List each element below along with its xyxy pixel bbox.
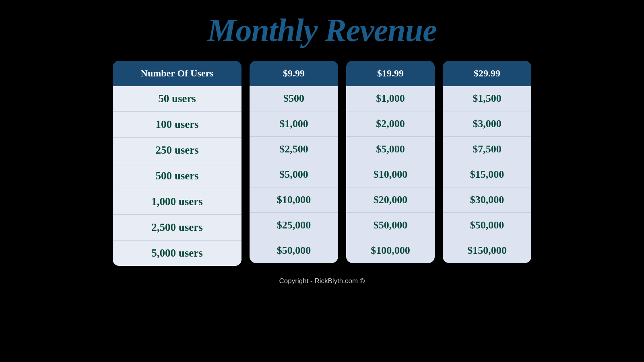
- users-row-2: 100 users: [113, 112, 242, 138]
- users-column-body: 50 users 100 users 250 users 500 users 1…: [113, 86, 242, 266]
- price-2999-row-7: $150,000: [443, 238, 531, 263]
- revenue-table: Number Of Users 50 users 100 users 250 u…: [113, 61, 531, 266]
- price-999-row-2: $1,000: [250, 111, 338, 137]
- price-1999-row-4: $10,000: [346, 162, 435, 187]
- price-999-row-6: $25,000: [250, 213, 338, 238]
- price-999-row-1: $500: [250, 86, 338, 111]
- price-2999-row-5: $30,000: [443, 187, 531, 213]
- price-1999-row-5: $20,000: [346, 187, 435, 213]
- footer-copyright: Copyright - RickBlyth.com ©: [279, 277, 365, 285]
- page-title: Monthly Revenue: [207, 12, 436, 49]
- price-999-header: $9.99: [250, 61, 338, 86]
- price-2999-row-2: $3,000: [443, 111, 531, 137]
- price-1999-row-6: $50,000: [346, 213, 435, 238]
- users-row-6: 2,500 users: [113, 215, 242, 241]
- price-2999-row-1: $1,500: [443, 86, 531, 111]
- price-1999-row-2: $2,000: [346, 111, 435, 137]
- users-column-header: Number Of Users: [113, 61, 242, 86]
- price-999-column: $9.99 $500 $1,000 $2,500 $5,000 $10,000 …: [250, 61, 338, 263]
- price-2999-row-4: $15,000: [443, 162, 531, 187]
- price-2999-row-3: $7,500: [443, 137, 531, 162]
- price-999-row-4: $5,000: [250, 162, 338, 187]
- price-1999-row-7: $100,000: [346, 238, 435, 263]
- users-row-5: 1,000 users: [113, 189, 242, 215]
- users-row-3: 250 users: [113, 138, 242, 163]
- price-1999-row-1: $1,000: [346, 86, 435, 111]
- price-2999-row-6: $50,000: [443, 213, 531, 238]
- price-2999-column: $29.99 $1,500 $3,000 $7,500 $15,000 $30,…: [443, 61, 531, 263]
- users-row-7: 5,000 users: [113, 241, 242, 266]
- price-1999-header: $19.99: [346, 61, 435, 86]
- price-999-body: $500 $1,000 $2,500 $5,000 $10,000 $25,00…: [250, 86, 338, 263]
- price-999-row-5: $10,000: [250, 187, 338, 213]
- users-column: Number Of Users 50 users 100 users 250 u…: [113, 61, 242, 266]
- users-row-4: 500 users: [113, 163, 242, 189]
- price-999-row-3: $2,500: [250, 137, 338, 162]
- price-1999-column: $19.99 $1,000 $2,000 $5,000 $10,000 $20,…: [346, 61, 435, 263]
- price-1999-body: $1,000 $2,000 $5,000 $10,000 $20,000 $50…: [346, 86, 435, 263]
- price-1999-row-3: $5,000: [346, 137, 435, 162]
- price-999-row-7: $50,000: [250, 238, 338, 263]
- price-2999-header: $29.99: [443, 61, 531, 86]
- price-2999-body: $1,500 $3,000 $7,500 $15,000 $30,000 $50…: [443, 86, 531, 263]
- users-row-1: 50 users: [113, 86, 242, 112]
